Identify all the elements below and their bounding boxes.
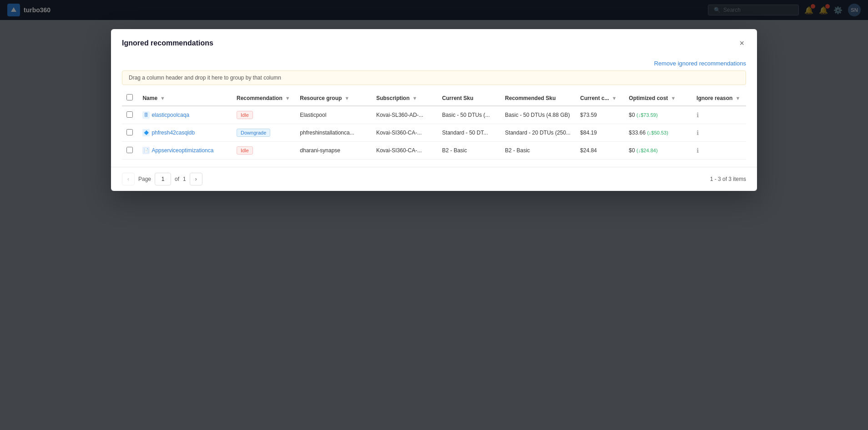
row1-checkbox[interactable] <box>126 111 133 118</box>
header-current-sku-label: Current Sku <box>442 95 474 101</box>
header-name: Name ▼ <box>138 90 232 106</box>
header-optimized-cost-label: Optimized cost <box>629 95 668 101</box>
next-page-button[interactable]: › <box>190 173 202 185</box>
current-cost-filter-icon[interactable]: ▼ <box>612 95 617 101</box>
optimized-cost-filter-icon[interactable]: ▼ <box>671 95 676 101</box>
row3-resource-link[interactable]: Appserviceoptimizationca <box>151 147 213 154</box>
row1-checkbox-cell <box>122 106 138 124</box>
group-hint: Drag a column header and drop it here to… <box>122 70 746 85</box>
subscription-filter-icon[interactable]: ▼ <box>412 95 417 101</box>
row1-current-sku-cell: Basic - 50 DTUs (... <box>438 106 500 124</box>
modal-body: Drag a column header and drop it here to… <box>111 70 757 167</box>
page-label: Page <box>138 176 151 182</box>
row1-current-cost-cell: $73.59 <box>575 106 624 124</box>
row1-current-sku-value: Basic - 50 DTUs (... <box>442 112 490 118</box>
row3-resource-group-cell: dharani-synapse <box>295 142 372 160</box>
row3-savings-value: (↓$24.84) <box>636 148 658 153</box>
select-all-checkbox[interactable] <box>126 94 133 100</box>
resource-group-filter-icon[interactable]: ▼ <box>344 95 349 101</box>
table-row: 📄 Appserviceoptimizationca Idle dharani-… <box>122 142 746 160</box>
header-subscription-label: Subscription <box>376 95 409 101</box>
row2-name-cell: 🔷 phfresh42casqldb <box>138 124 232 142</box>
modal-footer: ‹ Page of 1 › 1 - 3 of 3 items <box>111 167 757 191</box>
row2-current-sku-cell: Standard - 50 DT... <box>438 124 500 142</box>
row2-subscription-value: Kovai-SI360-CA-... <box>376 130 422 136</box>
name-filter-icon[interactable]: ▼ <box>160 95 165 101</box>
row1-savings-value: (↓$73.59) <box>636 112 658 118</box>
row1-optimized-cost-value: $0 <box>629 112 635 118</box>
remove-ignored-button[interactable]: Remove ignored recommendations <box>654 60 746 67</box>
recommendation-filter-icon[interactable]: ▼ <box>285 95 290 101</box>
header-recommendation-label: Recommendation <box>237 95 283 101</box>
header-optimized-cost: Optimized cost ▼ <box>624 90 692 106</box>
row3-current-cost-cell: $24.84 <box>575 142 624 160</box>
header-resource-group-label: Resource group <box>300 95 342 101</box>
row2-resource-group-value: phfreshinstallationca... <box>300 130 354 136</box>
items-count: 1 - 3 of 3 items <box>710 176 746 182</box>
row1-recommendation-badge: Idle <box>237 111 253 119</box>
page-number-input[interactable] <box>155 173 171 185</box>
row1-ignore-reason-cell: ℹ <box>692 106 746 124</box>
table-header-row: Name ▼ Recommendation ▼ <box>122 90 746 106</box>
row1-current-cost-value: $73.59 <box>580 112 597 118</box>
row3-resource-icon: 📄 <box>142 147 150 154</box>
row1-optimized-cost-cell: $0 (↓$73.59) <box>624 106 692 124</box>
row2-recommendation-cell: Downgrade <box>232 124 295 142</box>
row1-resource-group-cell: Elasticpool <box>295 106 372 124</box>
row3-checkbox[interactable] <box>126 147 133 153</box>
modal-toolbar: Remove ignored recommendations <box>111 56 757 70</box>
row3-resource-group-value: dharani-synapse <box>300 147 340 154</box>
header-recommended-sku: Recommended Sku <box>500 90 575 106</box>
row1-resource-link[interactable]: elasticpoolcaqa <box>151 112 189 118</box>
row2-resource-group-cell: phfreshinstallationca... <box>295 124 372 142</box>
of-label: of <box>175 176 179 182</box>
header-resource-group: Resource group ▼ <box>295 90 372 106</box>
row3-subscription-cell: Kovai-SI360-CA-... <box>372 142 438 160</box>
close-button[interactable]: × <box>737 37 746 49</box>
row2-resource-icon: 🔷 <box>142 129 150 136</box>
row2-info-icon[interactable]: ℹ <box>696 129 699 136</box>
pagination: ‹ Page of 1 › <box>122 173 202 185</box>
row3-checkbox-cell <box>122 142 138 160</box>
row3-recommended-sku-cell: B2 - Basic <box>500 142 575 160</box>
row1-subscription-value: Kovai-SL360-AD-... <box>376 112 423 118</box>
table-row: 🔷 phfresh42casqldb Downgrade phfreshinst… <box>122 124 746 142</box>
row2-checkbox[interactable] <box>126 129 133 135</box>
row1-recommended-sku-cell: Basic - 50 DTUs (4.88 GB) <box>500 106 575 124</box>
row2-current-cost-value: $84.19 <box>580 130 597 136</box>
row2-resource-link[interactable]: phfresh42casqldb <box>151 130 195 136</box>
row2-subscription-cell: Kovai-SI360-CA-... <box>372 124 438 142</box>
group-hint-text: Drag a column header and drop it here to… <box>129 75 281 81</box>
header-ignore-reason: Ignore reason ▼ <box>692 90 746 106</box>
row1-subscription-cell: Kovai-SL360-AD-... <box>372 106 438 124</box>
ignored-recommendations-modal: Ignored recommendations × Remove ignored… <box>111 29 757 191</box>
row2-optimized-cost-cell: $33.66 (↓$50.53) <box>624 124 692 142</box>
row1-info-icon[interactable]: ℹ <box>696 111 699 119</box>
row3-current-cost-value: $24.84 <box>580 147 597 154</box>
row2-optimized-cost-value: $33.66 <box>629 130 646 136</box>
row1-name-cell: 🗄 elasticpoolcaqa <box>138 106 232 124</box>
row3-recommendation-cell: Idle <box>232 142 295 160</box>
row2-recommendation-badge: Downgrade <box>237 129 270 137</box>
row3-info-icon[interactable]: ℹ <box>696 147 699 154</box>
row2-current-cost-cell: $84.19 <box>575 124 624 142</box>
modal-title: Ignored recommendations <box>122 39 213 47</box>
row1-resource-icon: 🗄 <box>142 111 150 119</box>
header-subscription: Subscription ▼ <box>372 90 438 106</box>
header-recommended-sku-label: Recommended Sku <box>505 95 555 101</box>
total-pages-value: 1 <box>183 176 186 182</box>
row3-optimized-cost-cell: $0 (↓$24.84) <box>624 142 692 160</box>
ignore-reason-filter-icon[interactable]: ▼ <box>735 95 740 101</box>
header-current-cost-label: Current c... <box>580 95 609 101</box>
row2-current-sku-value: Standard - 50 DT... <box>442 130 488 136</box>
row3-recommended-sku-value: B2 - Basic <box>505 147 530 154</box>
row3-current-sku-cell: B2 - Basic <box>438 142 500 160</box>
header-name-label: Name <box>142 95 157 101</box>
table-body: 🗄 elasticpoolcaqa Idle Elasticpool Kovai… <box>122 106 746 160</box>
header-checkbox-col <box>122 90 138 106</box>
header-recommendation: Recommendation ▼ <box>232 90 295 106</box>
row2-checkbox-cell <box>122 124 138 142</box>
header-current-sku: Current Sku <box>438 90 500 106</box>
prev-page-button[interactable]: ‹ <box>122 173 135 185</box>
header-ignore-reason-label: Ignore reason <box>696 95 732 101</box>
